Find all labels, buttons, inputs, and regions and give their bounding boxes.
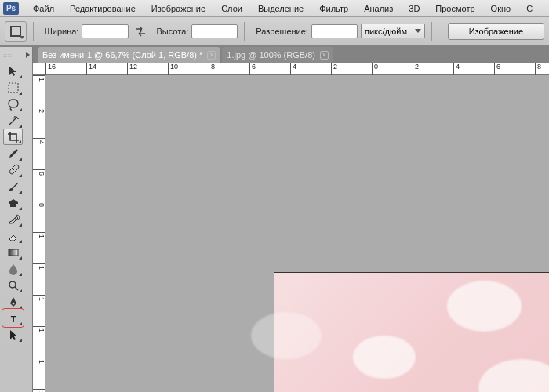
- menu-3d[interactable]: 3D: [401, 4, 427, 13]
- height-label: Высота:: [157, 27, 189, 36]
- ruler-tick: 2: [413, 63, 419, 75]
- flyout-indicator-icon: [19, 92, 22, 95]
- menu-image[interactable]: Изображение: [144, 4, 213, 13]
- resolution-input[interactable]: [311, 24, 358, 38]
- flyout-indicator-icon: [19, 75, 22, 78]
- gradient-tool[interactable]: [3, 244, 23, 260]
- tools-panel: :::: T: [0, 47, 33, 392]
- magic-wand-tool[interactable]: [3, 112, 23, 129]
- move-tool[interactable]: [3, 63, 23, 79]
- resolution-units-select[interactable]: пикс/дюйм: [361, 24, 425, 38]
- document-tab[interactable]: 1.jpg @ 100% (RGB/8) ×: [222, 47, 333, 63]
- svg-rect-1: [9, 249, 18, 256]
- document-tab-active[interactable]: Без имени-1 @ 66,7% (Слой 1, RGB/8) * ×: [38, 47, 220, 63]
- menu-filter[interactable]: Фильтр: [311, 4, 356, 13]
- flyout-indicator-icon: [19, 158, 22, 161]
- history-brush-tool[interactable]: [3, 211, 23, 227]
- svg-text:T: T: [10, 314, 16, 324]
- eraser-tool[interactable]: [3, 227, 23, 244]
- bokeh-highlight: [353, 336, 416, 379]
- clone-stamp-tool[interactable]: [3, 194, 23, 211]
- width-label: Ширина:: [45, 27, 79, 36]
- ruler-tick: 1: [33, 75, 45, 82]
- tab-title: 1.jpg @ 100% (RGB/8): [227, 50, 315, 60]
- flyout-indicator-icon: [19, 125, 22, 128]
- options-bar: Ширина: Высота: Разрешение: пикс/дюйм Из…: [0, 17, 549, 45]
- menu-view[interactable]: Просмотр: [427, 4, 482, 13]
- flyout-indicator-icon: [19, 273, 22, 276]
- pen-tool[interactable]: [3, 293, 23, 310]
- dodge-tool[interactable]: [3, 277, 23, 293]
- crop-tool[interactable]: [3, 129, 23, 145]
- ruler-tick: 1: [33, 326, 45, 332]
- document-canvas[interactable]: [274, 273, 549, 392]
- flyout-indicator-icon: [19, 306, 22, 309]
- flyout-indicator-icon: [19, 191, 22, 194]
- svg-rect-0: [9, 83, 18, 93]
- height-input[interactable]: [191, 24, 238, 38]
- ruler-tick: 12: [127, 63, 137, 75]
- ruler-tick: 10: [168, 63, 178, 75]
- front-image-button[interactable]: Изображение: [448, 23, 544, 40]
- ruler-tick: 0: [372, 63, 378, 75]
- collapse-icon: [26, 52, 30, 58]
- brush-tool[interactable]: [3, 178, 23, 194]
- marquee-tool[interactable]: [3, 79, 23, 96]
- button-label: Изображение: [469, 27, 523, 36]
- menu-edit[interactable]: Редактирование: [62, 4, 144, 13]
- blur-tool[interactable]: [3, 260, 23, 277]
- flyout-indicator-icon: [19, 207, 22, 210]
- ruler-tick: 6: [33, 169, 45, 176]
- chevron-down-icon: [415, 29, 421, 33]
- bokeh-highlight: [447, 281, 522, 332]
- type-tool[interactable]: T: [3, 310, 23, 326]
- ruler-tick: 1: [33, 295, 45, 301]
- app-logo: Ps: [3, 2, 19, 15]
- separator: [244, 22, 245, 41]
- ruler-tick: 1: [33, 232, 45, 238]
- panel-grip[interactable]: ::::: [0, 47, 32, 63]
- lasso-tool[interactable]: [3, 96, 23, 112]
- separator: [431, 22, 432, 41]
- ruler-vertical[interactable]: 12468111111: [33, 75, 45, 392]
- menu-layers[interactable]: Слои: [213, 4, 250, 13]
- flyout-indicator-icon: [19, 240, 22, 243]
- flyout-indicator-icon: [19, 256, 22, 260]
- ruler-tick: 4: [453, 63, 460, 75]
- eyedropper-tool[interactable]: [3, 145, 23, 162]
- menu-analysis[interactable]: Анализ: [356, 4, 401, 13]
- grip-icon: ::::: [3, 53, 13, 58]
- width-input[interactable]: [82, 24, 128, 38]
- units-value: пикс/дюйм: [365, 27, 407, 36]
- flyout-indicator-icon: [18, 140, 21, 143]
- ruler-tick: 6: [494, 63, 500, 75]
- canvas-area[interactable]: [45, 75, 549, 392]
- menu-window[interactable]: Окно: [483, 4, 519, 13]
- ruler-origin[interactable]: [33, 63, 45, 75]
- chevron-down-icon: [20, 36, 24, 39]
- healing-brush-tool[interactable]: [3, 162, 23, 178]
- ruler-tick: 8: [209, 63, 215, 75]
- ruler-tick: 4: [33, 138, 45, 144]
- close-icon[interactable]: ×: [320, 51, 329, 60]
- ruler-tick: 1: [33, 358, 45, 364]
- menu-select[interactable]: Выделение: [250, 4, 311, 13]
- flyout-indicator-icon: [19, 339, 22, 342]
- svg-point-3: [12, 302, 14, 304]
- tool-preset-picker[interactable]: [5, 21, 27, 42]
- flyout-indicator-icon: [19, 289, 22, 292]
- ruler-tick: 6: [249, 63, 256, 75]
- swap-dimensions-icon[interactable]: [134, 26, 147, 37]
- ruler-tick: 16: [45, 63, 56, 75]
- ruler-horizontal[interactable]: 16141210864202468: [45, 63, 549, 75]
- ruler-tick: 8: [535, 63, 541, 75]
- menu-help[interactable]: С: [518, 4, 536, 13]
- menu-file[interactable]: Файл: [25, 4, 62, 13]
- separator: [33, 22, 34, 41]
- tab-title: Без имени-1 @ 66,7% (Слой 1, RGB/8) *: [42, 50, 202, 60]
- ruler-tick: 1: [33, 263, 45, 270]
- close-icon[interactable]: ×: [207, 51, 216, 60]
- flyout-indicator-icon: [19, 108, 22, 111]
- resolution-label: Разрешение:: [256, 27, 308, 36]
- path-selection-tool[interactable]: [3, 326, 23, 343]
